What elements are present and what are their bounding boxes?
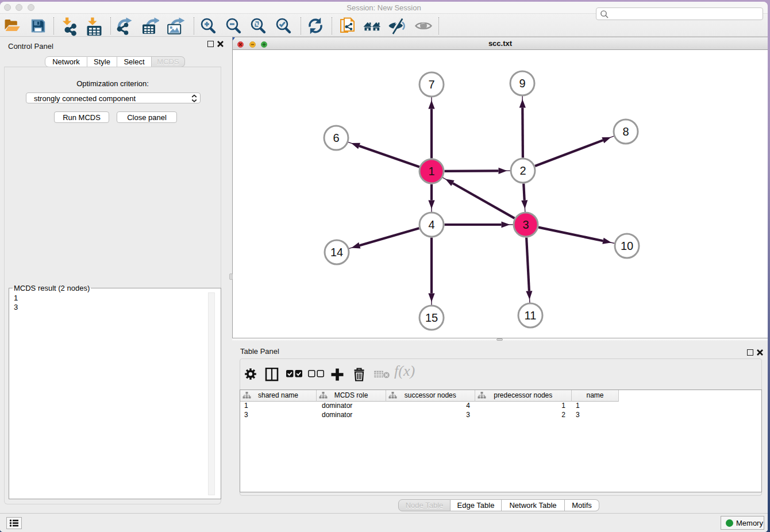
svg-text:2: 2 <box>519 164 526 177</box>
svg-text:9: 9 <box>519 77 525 90</box>
svg-text:14: 14 <box>330 246 343 259</box>
svg-text:10: 10 <box>621 240 633 252</box>
svg-text:3: 3 <box>522 218 529 231</box>
svg-text:6: 6 <box>333 132 339 144</box>
svg-text:11: 11 <box>525 309 537 322</box>
svg-text:1: 1 <box>428 165 434 178</box>
svg-text:8: 8 <box>622 125 629 138</box>
svg-text:7: 7 <box>428 78 434 91</box>
svg-text:4: 4 <box>428 218 434 231</box>
svg-text:15: 15 <box>425 311 438 324</box>
